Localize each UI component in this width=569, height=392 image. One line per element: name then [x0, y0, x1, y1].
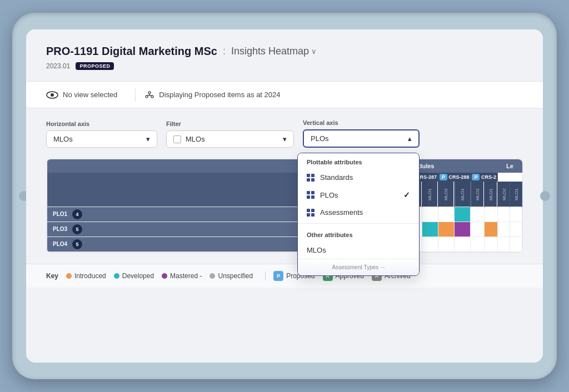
toolbar-divider — [135, 88, 136, 102]
vertical-chevron-up-icon: ▴ — [408, 134, 412, 143]
key-introduced: Introduced — [66, 272, 106, 280]
toolbar: No view selected Displaying Proposed ite… — [26, 82, 543, 108]
plo3-cell-14 — [510, 222, 522, 237]
displaying-item: Displaying Proposed items as at 2024 — [144, 82, 289, 108]
program-title: PRO-1191 Digital Marketing MSc — [46, 45, 217, 58]
filter-checkbox-row: MLOs — [173, 135, 205, 143]
svg-point-1 — [51, 93, 54, 97]
meta-date: 2023.01 — [46, 62, 70, 70]
standards-grid-icon — [307, 174, 315, 182]
header-section: PRO-1191 Digital Marketing MSc : Insight… — [26, 29, 543, 82]
dropdown-item-standards[interactable]: Standards — [298, 169, 419, 186]
dropdown-item-mlos[interactable]: MLOs — [298, 242, 419, 259]
horizontal-axis-label: Horizontal axis — [46, 120, 157, 127]
plo1-cell-10 — [455, 207, 471, 222]
dropdown-scroll: Assessment Types ··· — [298, 259, 419, 275]
developed-label: Developed — [122, 272, 154, 280]
heatmap-table: Level 7 Core Modules Le P CRS-283 P CRS-… — [47, 159, 522, 252]
vertical-axis-select[interactable]: PLOs ▴ — [303, 129, 420, 148]
status-badge: PROPOSED — [76, 62, 114, 70]
heatmap-wrapper: Level 7 Core Modules Le P CRS-283 P CRS-… — [46, 159, 523, 253]
filter-group: Filter MLOs ▾ — [166, 120, 294, 148]
plo4-cell-12 — [484, 237, 497, 252]
plo1-cell-11 — [471, 207, 484, 222]
dropdown-divider — [298, 223, 419, 224]
mlo-col-9: MLO2 — [438, 182, 454, 207]
mlo-col-12: MLO1 — [484, 182, 497, 207]
mastered-label: Mastered - — [170, 272, 202, 280]
plo3-label: PLO3 5 — [47, 222, 308, 237]
plo1-cell-13 — [498, 207, 510, 222]
filter-select[interactable]: MLOs ▾ — [166, 130, 294, 148]
plo4-cell-10 — [455, 237, 471, 252]
mastered-dot — [162, 273, 167, 279]
filter-chevron-icon: ▾ — [283, 135, 287, 143]
filter-icon — [144, 90, 154, 100]
plo1-cell-9 — [438, 207, 454, 222]
plos-check-icon: ✓ — [403, 190, 410, 199]
plo4-cell-14 — [510, 237, 522, 252]
view-title[interactable]: Insights Heatmap ∨ — [231, 46, 317, 57]
introduced-label: Introduced — [74, 272, 106, 280]
mlo-col-14: MLO1 — [510, 182, 522, 207]
plo1-cell-14 — [510, 207, 522, 222]
proposed-badge: P — [273, 271, 283, 281]
mlo-col-10: MLO1 — [455, 182, 471, 207]
plottable-section-title: Plottable attributes — [298, 153, 419, 169]
plo4-label: PLO4 5 — [47, 237, 308, 252]
unspecified-dot — [209, 273, 215, 279]
key-title: Key — [46, 272, 58, 280]
title-separator: : — [223, 46, 226, 57]
mlo-label-row: MLO2 MLO1 MLO2 MLO1 MLO2 MLO1 MLO2 MLO1 … — [47, 182, 522, 207]
vertical-axis-label: Vertical axis — [303, 119, 420, 126]
assessments-grid-icon — [307, 209, 315, 217]
course-row: P CRS-283 P CRS-285 P CRS-286 P CRS-287 — [47, 173, 522, 182]
plo1-label: PLO1 4 — [47, 207, 308, 222]
no-view-item[interactable]: No view selected — [46, 82, 126, 108]
meta-row: 2023.01 PROPOSED — [46, 62, 523, 70]
plo4-cell-13 — [498, 237, 510, 252]
plo4-cell-9 — [438, 237, 454, 252]
filter-label: Filter — [166, 120, 294, 127]
plo4-cell-8 — [422, 237, 438, 252]
plo1-cell-12 — [484, 207, 497, 222]
plos-grid-icon — [307, 191, 315, 199]
plo3-cell-12 — [484, 222, 497, 237]
plo3-row: PLO3 5 — [47, 222, 522, 237]
introduced-dot — [66, 273, 72, 279]
plo1-row: PLO1 4 — [47, 207, 522, 222]
vertical-axis-group: Vertical axis PLOs ▴ Plottable attribute… — [303, 119, 420, 148]
dropdown-item-plos[interactable]: PLOs ✓ — [298, 186, 419, 204]
filter-checkbox[interactable] — [173, 135, 181, 143]
plo4-row: PLO4 5 — [47, 237, 522, 252]
key-mastered: Mastered - — [162, 272, 202, 280]
axis-controls: Horizontal axis MLOs ▾ Filter MLOs ▾ — [46, 119, 523, 148]
plo1-cell-8 — [422, 207, 438, 222]
plo3-cell-10 — [455, 222, 471, 237]
title-row: PRO-1191 Digital Marketing MSc : Insight… — [46, 45, 523, 58]
module-header-row: Level 7 Core Modules Le — [47, 159, 522, 173]
plo3-cell-11 — [471, 222, 484, 237]
level-header: Le — [498, 159, 522, 173]
mlo-col-11: MLO2 — [471, 182, 484, 207]
plo-header-col — [47, 159, 308, 173]
dropdown-item-assessments[interactable]: Assessments — [298, 204, 419, 221]
plo3-cell-8 — [422, 222, 438, 237]
plo4-cell-11 — [471, 237, 484, 252]
horizontal-axis-group: Horizontal axis MLOs ▾ — [46, 120, 157, 148]
horizontal-chevron-icon: ▾ — [146, 135, 150, 143]
mlo-col-13: MLO2 — [498, 182, 510, 207]
key-unspecified: Unspecified — [209, 272, 253, 280]
svg-point-2 — [148, 92, 151, 94]
course-crs288: P CRS-288 — [438, 173, 471, 182]
screen: PRO-1191 Digital Marketing MSc : Insight… — [26, 29, 543, 363]
horizontal-axis-select[interactable]: MLOs ▾ — [46, 130, 157, 148]
key-developed: Developed — [114, 272, 154, 280]
tablet-frame: PRO-1191 Digital Marketing MSc : Insight… — [12, 13, 557, 379]
vertical-axis-dropdown: Plottable attributes Standards — [297, 153, 420, 276]
plo3-cell-13 — [498, 222, 510, 237]
content-area: Horizontal axis MLOs ▾ Filter MLOs ▾ — [26, 108, 543, 264]
key-separator — [265, 272, 266, 280]
no-view-label: No view selected — [63, 91, 117, 99]
plo3-cell-9 — [438, 222, 454, 237]
